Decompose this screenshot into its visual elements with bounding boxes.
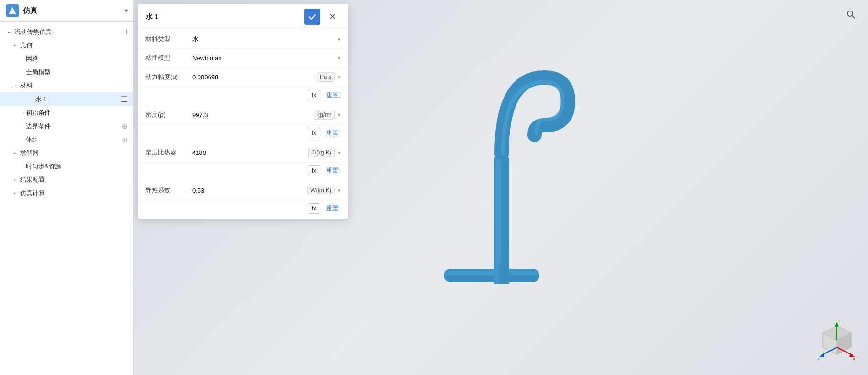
field-label-thermal-conductivity: 导热系数 xyxy=(145,186,188,195)
field-thermal-conductivity-actions: fx 重置 xyxy=(138,200,348,219)
add-circle-icon[interactable]: ⊕ xyxy=(122,136,128,143)
dropdown-arrow-icon[interactable]: ▾ xyxy=(338,188,341,194)
sidebar-tree: − 流动传热仿真 ℹ ＋ 几何 网格 全局模型 − 材料 水 1 ☰ xyxy=(0,22,133,375)
svg-text:Z: Z xyxy=(817,357,820,361)
sidebar-item-label: 时间步&资源 xyxy=(26,162,128,171)
dialog-title: 水 1 xyxy=(145,12,300,22)
sidebar-item-label: 网格 xyxy=(26,55,128,63)
input-thermal-conductivity[interactable] xyxy=(192,187,304,194)
svg-rect-8 xyxy=(444,270,539,275)
field-value-area-dynamic-viscosity: Pa·s ▾ xyxy=(192,72,341,82)
unit-badge-thermal-conductivity: W/(m·K) xyxy=(307,186,335,195)
unit-badge-specific-heat: J/(kg·K) xyxy=(308,148,335,157)
menu-icon[interactable]: ☰ xyxy=(121,95,128,104)
svg-rect-10 xyxy=(494,263,499,284)
input-density[interactable] xyxy=(192,111,311,119)
field-value-viscosity-model: Newtonian xyxy=(192,55,335,62)
field-thermal-conductivity-group: 导热系数 W/(m·K) ▾ fx 重置 xyxy=(138,181,348,219)
unit-badge-density: kg/m³ xyxy=(314,110,335,120)
expand-plus-icon: ＋ xyxy=(11,190,18,197)
dialog-body: 材料类型 水 ▾ 粘性模型 Newtonian ▾ 动力粘度(μ) xyxy=(138,30,348,219)
sidebar-item-label: 几何 xyxy=(20,41,128,50)
axis-widget: Y X Z xyxy=(815,321,858,365)
expand-minus-icon: − xyxy=(11,83,18,88)
field-label-density: 密度(ρ) xyxy=(145,110,188,119)
expand-plus-icon: ＋ xyxy=(11,176,18,183)
sidebar-collapse-icon[interactable]: ▾ xyxy=(125,7,128,14)
fx-button-specific-heat[interactable]: fx xyxy=(308,165,320,176)
field-value-material-type: 水 xyxy=(192,35,335,44)
field-specific-heat-group: 定压比热容 J/(kg·K) ▾ fx 重置 xyxy=(138,143,348,181)
input-dynamic-viscosity[interactable] xyxy=(192,74,314,81)
fx-button-density[interactable]: fx xyxy=(308,128,320,138)
sidebar-item-label: 求解器 xyxy=(20,149,128,157)
svg-rect-5 xyxy=(494,154,509,278)
reset-button-dynamic-viscosity[interactable]: 重置 xyxy=(324,91,341,99)
sidebar-item-water1[interactable]: 水 1 ☰ xyxy=(0,92,133,106)
sidebar-item-solver[interactable]: ＋ 求解器 xyxy=(0,146,133,160)
sidebar-item-label: 流动传热仿真 xyxy=(14,28,123,36)
sidebar-title: 仿真 xyxy=(23,6,121,15)
reset-button-specific-heat[interactable]: 重置 xyxy=(324,166,341,175)
field-value-area-density: kg/m³ ▾ xyxy=(192,110,341,120)
field-value-area-specific-heat: J/(kg·K) ▾ xyxy=(192,148,341,157)
sidebar-item-label: 结果配置 xyxy=(20,176,128,184)
dropdown-arrow-icon[interactable]: ▾ xyxy=(338,74,341,80)
sidebar-item-result-config[interactable]: ＋ 结果配置 xyxy=(0,173,133,187)
dropdown-arrow-icon[interactable]: ▾ xyxy=(338,112,341,118)
dropdown-arrow-icon[interactable]: ▾ xyxy=(338,36,341,43)
search-button[interactable] xyxy=(843,7,858,22)
sidebar-item-global-model[interactable]: 全局模型 xyxy=(0,66,133,79)
sidebar-item-label: 水 1 xyxy=(35,95,119,104)
axis-cube-svg: Y X Z xyxy=(815,321,858,364)
sidebar-item-flow-sim[interactable]: − 流动传热仿真 ℹ xyxy=(0,25,133,39)
field-value-area-material-type: 水 ▾ xyxy=(192,35,341,44)
field-dynamic-viscosity-group: 动力粘度(μ) Pa·s ▾ fx 重置 xyxy=(138,67,348,105)
field-thermal-conductivity-row: 导热系数 W/(m·K) ▾ xyxy=(138,181,348,200)
sidebar-item-body-group[interactable]: 体组 ⊕ xyxy=(0,133,133,146)
fx-button-thermal-conductivity[interactable]: fx xyxy=(308,203,320,214)
field-dynamic-viscosity-row: 动力粘度(μ) Pa·s ▾ xyxy=(138,67,348,87)
dialog-close-button[interactable]: ✕ xyxy=(324,9,341,25)
sidebar-item-material[interactable]: − 材料 xyxy=(0,79,133,92)
faucet-model xyxy=(420,39,582,317)
expand-minus-icon: − xyxy=(6,30,12,35)
sidebar-item-sim-calc[interactable]: ＋ 仿真计算 xyxy=(0,187,133,200)
field-viscosity-model: 粘性模型 Newtonian ▾ xyxy=(138,49,348,67)
dialog-header: 水 1 ✕ xyxy=(138,4,348,30)
add-circle-icon[interactable]: ⊕ xyxy=(122,122,128,130)
sidebar-item-label: 体组 xyxy=(26,135,120,144)
svg-text:Y: Y xyxy=(838,321,841,324)
sidebar-item-label: 边界条件 xyxy=(26,122,120,131)
info-icon[interactable]: ℹ xyxy=(125,28,128,36)
dialog-confirm-button[interactable] xyxy=(304,9,320,25)
svg-rect-6 xyxy=(496,154,501,278)
fx-button-dynamic-viscosity[interactable]: fx xyxy=(308,90,320,100)
sidebar-header: 仿真 ▾ xyxy=(0,0,133,22)
field-specific-heat-actions: fx 重置 xyxy=(138,163,348,181)
sidebar-item-initial[interactable]: 初始条件 xyxy=(0,106,133,120)
sidebar: 仿真 ▾ − 流动传热仿真 ℹ ＋ 几何 网格 全局模型 − 材料 xyxy=(0,0,134,375)
dropdown-arrow-icon[interactable]: ▾ xyxy=(338,150,341,156)
field-specific-heat-row: 定压比热容 J/(kg·K) ▾ xyxy=(138,143,348,163)
sidebar-item-label: 仿真计算 xyxy=(20,189,128,198)
reset-button-density[interactable]: 重置 xyxy=(324,129,341,137)
input-specific-heat[interactable] xyxy=(192,149,306,156)
svg-line-4 xyxy=(852,16,855,18)
sidebar-item-mesh[interactable]: 网格 xyxy=(0,52,133,66)
sidebar-item-label: 材料 xyxy=(20,81,128,90)
unit-badge-dynamic-viscosity: Pa·s xyxy=(317,72,335,82)
dropdown-arrow-icon[interactable]: ▾ xyxy=(338,55,341,61)
search-icon xyxy=(846,10,856,19)
field-value-area-thermal-conductivity: W/(m·K) ▾ xyxy=(192,186,341,195)
field-density-row: 密度(ρ) kg/m³ ▾ xyxy=(138,105,348,125)
svg-rect-2 xyxy=(10,11,15,13)
field-label-specific-heat: 定压比热容 xyxy=(145,148,188,157)
sidebar-item-geometry[interactable]: ＋ 几何 xyxy=(0,39,133,52)
main-area: 水 1 ✕ 材料类型 水 ▾ 粘性模型 Newtonian xyxy=(134,0,868,375)
sidebar-item-boundary[interactable]: 边界条件 ⊕ xyxy=(0,120,133,133)
svg-text:X: X xyxy=(853,357,856,361)
field-label-viscosity-model: 粘性模型 xyxy=(145,54,188,62)
sidebar-item-timestep[interactable]: 时间步&资源 xyxy=(0,160,133,173)
reset-button-thermal-conductivity[interactable]: 重置 xyxy=(324,204,341,213)
